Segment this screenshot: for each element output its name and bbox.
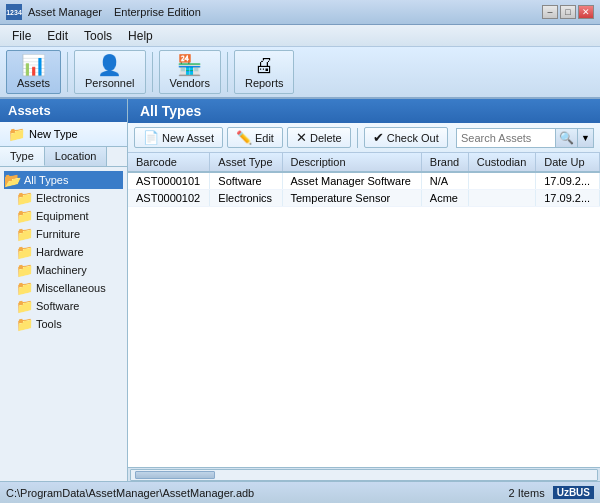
toolbar-vendors-button[interactable]: 🏪 Vendors <box>159 50 221 94</box>
assets-label: Assets <box>17 77 50 89</box>
menu-file[interactable]: File <box>4 27 39 45</box>
menu-bar: File Edit Tools Help <box>0 25 600 47</box>
type-location-tabs: Type Location <box>0 147 127 167</box>
cell-barcode-1: AST0000101 <box>128 172 210 190</box>
menu-tools[interactable]: Tools <box>76 27 120 45</box>
new-type-label: New Type <box>29 128 78 140</box>
tree-item-misc-label: Miscellaneous <box>36 282 106 294</box>
folder-misc-icon: 📁 <box>16 280 33 296</box>
search-button[interactable]: 🔍 <box>556 128 578 148</box>
delete-button[interactable]: ✕ Delete <box>287 127 351 148</box>
menu-edit[interactable]: Edit <box>39 27 76 45</box>
menu-help[interactable]: Help <box>120 27 161 45</box>
col-barcode: Barcode <box>128 153 210 172</box>
folder-hardware-icon: 📁 <box>16 244 33 260</box>
tree-item-machinery-label: Machinery <box>36 264 87 276</box>
cell-barcode-2: AST0000102 <box>128 190 210 207</box>
tree-item-equipment-label: Equipment <box>36 210 89 222</box>
tree-item-furniture-label: Furniture <box>36 228 80 240</box>
folder-tools-icon: 📁 <box>16 316 33 332</box>
checkout-button[interactable]: ✔ Check Out <box>364 127 448 148</box>
cell-date-2: 17.09.2... <box>536 190 600 207</box>
tree-item-miscellaneous[interactable]: 📁 Miscellaneous <box>16 279 123 297</box>
tab-location[interactable]: Location <box>45 147 108 166</box>
col-date-up: Date Up <box>536 153 600 172</box>
tree-item-all-types-label: All Types <box>24 174 68 186</box>
col-description: Description <box>282 153 421 172</box>
cell-brand-1: N/A <box>421 172 468 190</box>
delete-icon: ✕ <box>296 130 307 145</box>
tree-item-furniture[interactable]: 📁 Furniture <box>16 225 123 243</box>
col-custodian: Custodian <box>468 153 535 172</box>
col-asset-type: Asset Type <box>210 153 282 172</box>
scroll-track[interactable] <box>130 469 598 481</box>
tree-item-hardware-label: Hardware <box>36 246 84 258</box>
status-count: 2 Items <box>509 487 545 499</box>
status-logo: UzBUS <box>553 486 594 499</box>
tree-item-tools[interactable]: 📁 Tools <box>16 315 123 333</box>
personnel-icon: 👤 <box>97 55 122 75</box>
edit-button[interactable]: ✏️ Edit <box>227 127 283 148</box>
new-folder-icon: 📁 <box>8 126 25 142</box>
new-asset-icon: 📄 <box>143 130 159 145</box>
status-path: C:\ProgramData\AssetManager\AssetManager… <box>6 487 254 499</box>
cell-type-1: Software <box>210 172 282 190</box>
title-bar: 1234 Asset Manager Enterprise Edition – … <box>0 0 600 25</box>
table-row[interactable]: AST0000101 Software Asset Manager Softwa… <box>128 172 600 190</box>
tree-item-software[interactable]: 📁 Software <box>16 297 123 315</box>
toolbar-assets-button[interactable]: 📊 Assets <box>6 50 61 94</box>
reports-label: Reports <box>245 77 284 89</box>
scroll-down-button[interactable]: ▼ <box>578 128 594 148</box>
tree-item-all-types[interactable]: 📂 All Types <box>4 171 123 189</box>
delete-label: Delete <box>310 132 342 144</box>
tree-item-machinery[interactable]: 📁 Machinery <box>16 261 123 279</box>
right-panel: All Types 📄 New Asset ✏️ Edit ✕ Delete ✔… <box>128 99 600 481</box>
toolbar-sep-3 <box>227 52 228 92</box>
horizontal-scrollbar[interactable] <box>128 467 600 481</box>
asset-table-container[interactable]: Barcode Asset Type Description Brand Cus… <box>128 153 600 467</box>
close-button[interactable]: ✕ <box>578 5 594 19</box>
folder-software-icon: 📁 <box>16 298 33 314</box>
toolbar-reports-button[interactable]: 🖨 Reports <box>234 50 295 94</box>
new-asset-label: New Asset <box>162 132 214 144</box>
toolbar-sep-2 <box>152 52 153 92</box>
tree-item-tools-label: Tools <box>36 318 62 330</box>
search-input[interactable] <box>456 128 556 148</box>
app-icon: 1234 <box>6 4 22 20</box>
toolbar-sep-1 <box>67 52 68 92</box>
checkout-label: Check Out <box>387 132 439 144</box>
action-bar: 📄 New Asset ✏️ Edit ✕ Delete ✔ Check Out… <box>128 123 600 153</box>
new-type-button[interactable]: 📁 New Type <box>0 122 127 147</box>
cell-date-1: 17.09.2... <box>536 172 600 190</box>
table-header-row: Barcode Asset Type Description Brand Cus… <box>128 153 600 172</box>
maximize-button[interactable]: □ <box>560 5 576 19</box>
cell-desc-2: Temperature Sensor <box>282 190 421 207</box>
tree-item-equipment[interactable]: 📁 Equipment <box>16 207 123 225</box>
vendors-icon: 🏪 <box>177 55 202 75</box>
folder-furniture-icon: 📁 <box>16 226 33 242</box>
tab-type[interactable]: Type <box>0 147 45 166</box>
checkout-icon: ✔ <box>373 130 384 145</box>
tree-item-software-label: Software <box>36 300 79 312</box>
tree-item-electronics-label: Electronics <box>36 192 90 204</box>
col-brand: Brand <box>421 153 468 172</box>
vendors-label: Vendors <box>170 77 210 89</box>
personnel-label: Personnel <box>85 77 135 89</box>
new-asset-button[interactable]: 📄 New Asset <box>134 127 223 148</box>
edition-text: Enterprise Edition <box>114 6 201 18</box>
tree-item-electronics[interactable]: 📁 Electronics <box>16 189 123 207</box>
edit-label: Edit <box>255 132 274 144</box>
action-bar-sep <box>357 128 358 148</box>
main-toolbar: 📊 Assets 👤 Personnel 🏪 Vendors 🖨 Reports <box>0 47 600 99</box>
status-bar: C:\ProgramData\AssetManager\AssetManager… <box>0 481 600 503</box>
scroll-thumb[interactable] <box>135 471 215 479</box>
edit-icon: ✏️ <box>236 130 252 145</box>
folder-all-types-icon: 📂 <box>4 172 21 188</box>
minimize-button[interactable]: – <box>542 5 558 19</box>
tree-item-hardware[interactable]: 📁 Hardware <box>16 243 123 261</box>
folder-machinery-icon: 📁 <box>16 262 33 278</box>
left-panel: Assets 📁 New Type Type Location 📂 All Ty… <box>0 99 128 481</box>
toolbar-personnel-button[interactable]: 👤 Personnel <box>74 50 146 94</box>
left-panel-title: Assets <box>0 99 127 122</box>
table-row[interactable]: AST0000102 Electronics Temperature Senso… <box>128 190 600 207</box>
